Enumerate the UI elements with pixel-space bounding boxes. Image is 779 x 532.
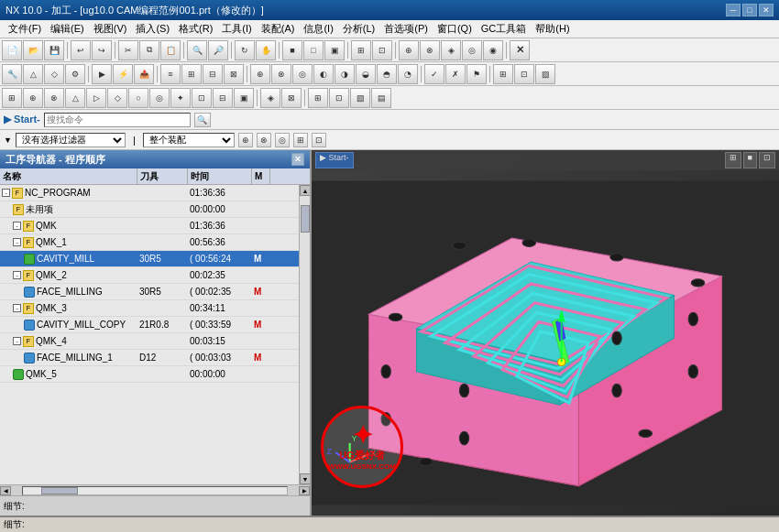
snap10[interactable]: ⊡ bbox=[192, 88, 212, 108]
scroll-up-button[interactable]: ▲ bbox=[300, 185, 310, 196]
menu-window[interactable]: 窗口(Q) bbox=[433, 21, 477, 37]
cam-op8[interactable]: ◐ bbox=[313, 64, 334, 84]
cam-op15[interactable]: ⚑ bbox=[466, 64, 487, 84]
command-input[interactable] bbox=[44, 113, 191, 127]
snap17[interactable]: ▧ bbox=[350, 88, 370, 108]
menu-analysis[interactable]: 分析(L) bbox=[338, 21, 379, 37]
copy-button[interactable]: ⧉ bbox=[139, 40, 159, 60]
vp-render-btn[interactable]: ■ bbox=[743, 152, 757, 168]
snap2[interactable]: ⊕ bbox=[23, 88, 43, 108]
wireframe-button[interactable]: □ bbox=[303, 40, 324, 60]
cut-button[interactable]: ✂ bbox=[118, 40, 138, 60]
expand-icon[interactable]: - bbox=[13, 304, 21, 312]
snap4[interactable]: △ bbox=[65, 88, 85, 108]
cam-generate[interactable]: ⚡ bbox=[113, 64, 133, 84]
pan-button[interactable]: ✋ bbox=[256, 40, 276, 60]
tree-row[interactable]: - F QMK_2 00:02:35 bbox=[0, 267, 299, 284]
cam-op3[interactable]: ⊟ bbox=[203, 64, 223, 84]
assembly-dropdown[interactable]: 整个装配 bbox=[143, 133, 235, 147]
panel-close-button[interactable]: ✕ bbox=[291, 153, 304, 166]
menu-gc[interactable]: GC工具箱 bbox=[477, 21, 532, 37]
tree-row[interactable]: - F QMK 01:36:36 bbox=[0, 218, 299, 234]
view-orient-button[interactable]: ⊡ bbox=[372, 40, 392, 60]
cam-op7[interactable]: ◎ bbox=[292, 64, 313, 84]
cam-op4[interactable]: ⊠ bbox=[224, 64, 244, 84]
tree-row[interactable]: - F QMK_1 00:56:36 bbox=[0, 234, 299, 251]
cam-op18[interactable]: ▨ bbox=[535, 64, 555, 84]
tree-row[interactable]: FACE_MILLING 30R5 ( 00:02:35 M bbox=[0, 284, 299, 300]
viewport[interactable]: ▶ Start- ⊞ ■ ⊡ bbox=[312, 150, 779, 516]
cam-op17[interactable]: ⊡ bbox=[514, 64, 534, 84]
save-button[interactable]: 💾 bbox=[44, 40, 64, 60]
scroll-down-button[interactable]: ▼ bbox=[300, 473, 310, 484]
cam-op14[interactable]: ✗ bbox=[445, 64, 466, 84]
expand-icon[interactable]: - bbox=[13, 238, 21, 246]
redo-button[interactable]: ↪ bbox=[92, 40, 112, 60]
shaded-button[interactable]: ▣ bbox=[324, 40, 345, 60]
zoom-in-button[interactable]: 🔍 bbox=[187, 40, 207, 60]
selection-filter-dropdown[interactable]: 没有选择过滤器 bbox=[16, 133, 126, 147]
cam-op6[interactable]: ⊗ bbox=[271, 64, 291, 84]
snap18[interactable]: ▤ bbox=[371, 88, 391, 108]
sel-btn3[interactable]: ◎ bbox=[275, 133, 290, 147]
zoom-out-button[interactable]: 🔎 bbox=[208, 40, 228, 60]
tree-row[interactable]: - F QMK_4 00:03:15 bbox=[0, 333, 299, 350]
tool2[interactable]: ⊗ bbox=[420, 40, 440, 60]
menu-insert[interactable]: 插入(S) bbox=[131, 21, 174, 37]
tree-row[interactable]: CAVITY_MILL_COPY 21R0.8 ( 00:33:59 M bbox=[0, 317, 299, 333]
tree-row[interactable]: - F NC_PROGRAM 01:36:36 bbox=[0, 185, 299, 201]
paste-button[interactable]: 📋 bbox=[160, 40, 181, 60]
tool4[interactable]: ◎ bbox=[462, 40, 482, 60]
menu-tools[interactable]: 工具(I) bbox=[217, 21, 256, 37]
snap9[interactable]: ✦ bbox=[170, 88, 191, 108]
snap1[interactable]: ⊞ bbox=[2, 88, 22, 108]
menu-info[interactable]: 信息(I) bbox=[299, 21, 337, 37]
vp-orient-btn[interactable]: ⊡ bbox=[759, 152, 775, 168]
tree-row[interactable]: QMK_5 00:00:00 bbox=[0, 366, 299, 383]
cancel-button-x[interactable]: ✕ bbox=[510, 40, 530, 60]
horizontal-scrollbar[interactable]: ◀ ▶ bbox=[0, 484, 310, 495]
menu-assembly[interactable]: 装配(A) bbox=[257, 21, 300, 37]
snap12[interactable]: ▣ bbox=[234, 88, 254, 108]
menu-edit[interactable]: 编辑(E) bbox=[46, 21, 89, 37]
snap6[interactable]: ◇ bbox=[107, 88, 127, 108]
snap14[interactable]: ⊠ bbox=[281, 88, 302, 108]
new-button[interactable]: 📄 bbox=[2, 40, 22, 60]
render-mode-button[interactable]: ■ bbox=[282, 40, 302, 60]
cam-op13[interactable]: ✓ bbox=[424, 64, 444, 84]
menu-format[interactable]: 格式(R) bbox=[174, 21, 217, 37]
tool5[interactable]: ◉ bbox=[483, 40, 503, 60]
menu-file[interactable]: 文件(F) bbox=[4, 21, 46, 37]
maximize-button[interactable]: □ bbox=[742, 4, 757, 16]
sel-btn4[interactable]: ⊞ bbox=[293, 133, 308, 147]
sel-btn1[interactable]: ⊕ bbox=[238, 133, 253, 147]
close-button[interactable]: ✕ bbox=[759, 4, 774, 16]
cam-create-geom[interactable]: △ bbox=[23, 64, 43, 84]
minimize-button[interactable]: ─ bbox=[726, 4, 741, 16]
cam-op12[interactable]: ◔ bbox=[398, 64, 418, 84]
scroll-right-button[interactable]: ▶ bbox=[299, 486, 310, 495]
cam-postprocess[interactable]: 📤 bbox=[134, 64, 154, 84]
tree-row-selected[interactable]: CAVITY_MILL 30R5 ( 00:56:24 M bbox=[0, 251, 299, 267]
open-button[interactable]: 📂 bbox=[23, 40, 43, 60]
cam-op9[interactable]: ◑ bbox=[335, 64, 355, 84]
menu-help[interactable]: 帮助(H) bbox=[531, 21, 574, 37]
sel-btn2[interactable]: ⊗ bbox=[257, 133, 271, 147]
search-icon[interactable]: 🔍 bbox=[194, 113, 211, 127]
snap16[interactable]: ⊡ bbox=[329, 88, 349, 108]
cam-op11[interactable]: ◓ bbox=[377, 64, 397, 84]
cam-verify[interactable]: ▶ bbox=[92, 64, 112, 84]
tree-row[interactable]: - F QMK_3 00:34:11 bbox=[0, 300, 299, 317]
vp-view-btn[interactable]: ⊞ bbox=[725, 152, 741, 168]
expand-icon[interactable]: - bbox=[13, 337, 21, 345]
tool3[interactable]: ◈ bbox=[441, 40, 461, 60]
expand-icon[interactable]: - bbox=[2, 189, 10, 197]
sel-btn5[interactable]: ⊡ bbox=[312, 133, 326, 147]
snap7[interactable]: ○ bbox=[128, 88, 148, 108]
menu-view[interactable]: 视图(V) bbox=[89, 21, 132, 37]
tool1[interactable]: ⊕ bbox=[399, 40, 419, 60]
cam-create-tool[interactable]: ⚙ bbox=[65, 64, 85, 84]
tree-row[interactable]: F 未用项 00:00:00 bbox=[0, 201, 299, 218]
scroll-left-button[interactable]: ◀ bbox=[0, 486, 11, 495]
rotate-button[interactable]: ↻ bbox=[235, 40, 255, 60]
